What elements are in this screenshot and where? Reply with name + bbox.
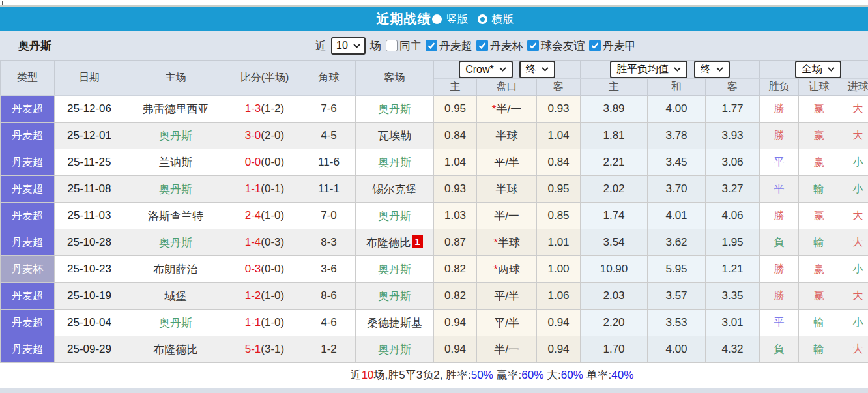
cell-score: 3-0(2-0) — [227, 123, 302, 149]
cell-score: 5-1(3-1) — [227, 336, 302, 363]
cell-handicap-result: 赢 — [799, 203, 839, 229]
cell-date: 25-12-01 — [55, 123, 124, 149]
summary-segment: 赢率: — [493, 369, 521, 381]
title-bar: 近期战绩 竖版 横版 — [0, 7, 868, 31]
subcol-result: 胜负 — [760, 79, 799, 96]
cell-odds-home: 0.94 — [434, 336, 477, 363]
cell-odds-away: 0.94 — [537, 336, 581, 363]
cell-score: 1-1(1-0) — [227, 310, 302, 336]
cell-handicap-result: 輸 — [799, 336, 839, 363]
cell-date: 25-11-08 — [55, 176, 124, 203]
cell-goals-result: 大 — [839, 283, 868, 310]
table-row: 丹麦超 25-11-03 洛斯查兰特 2-4(1-0) 7-0 奥丹斯 1.03… — [1, 203, 868, 229]
cell-avg-draw: 5.95 — [648, 256, 706, 283]
cell-avg-draw: 4.01 — [648, 203, 706, 229]
cell-result: 平 — [760, 176, 799, 203]
bottom-strip — [0, 388, 868, 393]
avg-odds-select[interactable]: 胜平负均值 — [610, 61, 687, 78]
cell-league-type: 丹麦超 — [1, 310, 55, 336]
cell-avg-home: 2.21 — [581, 149, 648, 176]
col-date: 日期 — [55, 61, 124, 96]
cell-avg-draw: 4.00 — [648, 336, 706, 363]
col-home: 主场 — [124, 61, 227, 96]
league-checkbox-3[interactable] — [527, 40, 539, 51]
table-row: 丹麦超 25-12-01 奥丹斯 3-0(2-0) 4-5 瓦埃勒 0.84 半… — [1, 123, 868, 149]
odds-stage-select[interactable]: 终 — [519, 61, 555, 78]
cell-corners: 1-2 — [302, 336, 356, 363]
fullmatch-select[interactable]: 全场 — [795, 61, 841, 78]
horizontal-layout-radio[interactable] — [478, 14, 487, 24]
near-label: 近 — [315, 38, 326, 53]
subcol-avg-draw: 和 — [648, 79, 706, 96]
cell-date: 25-12-06 — [55, 96, 124, 123]
cell-result: 負 — [760, 229, 799, 256]
cell-avg-draw: 3.53 — [648, 310, 706, 336]
chevron-down-icon — [542, 67, 549, 72]
avg-stage-select[interactable]: 终 — [694, 61, 730, 78]
cell-avg-away: 3.27 — [706, 176, 760, 203]
cell-corners: 7-6 — [302, 96, 356, 123]
cell-date: 25-10-23 — [55, 256, 124, 283]
cell-avg-away: 1.77 — [706, 96, 760, 123]
vertical-layout-radio[interactable] — [432, 14, 442, 24]
cell-corners: 3-6 — [302, 256, 356, 283]
cell-avg-home: 3.89 — [581, 96, 648, 123]
chevron-down-icon — [716, 67, 723, 72]
cell-score: 0-0(0-0) — [227, 149, 302, 176]
league-checkbox-2[interactable] — [476, 40, 488, 51]
vertical-layout-label[interactable]: 竖版 — [446, 12, 469, 27]
cell-result: 勝 — [760, 123, 799, 149]
cell-odds-away: 0.95 — [537, 176, 581, 203]
same-home-label: 同主 — [399, 38, 422, 53]
cell-corners: 7-0 — [302, 203, 356, 229]
recent-count-select[interactable]: 10 — [331, 37, 366, 55]
cell-avg-away: 3.93 — [706, 123, 760, 149]
filter-controls: 近 10 场 同主 丹麦超丹麦杯球会友谊丹麦甲 — [315, 31, 636, 60]
cell-away-team: 奥丹斯 — [356, 283, 434, 310]
cell-home-team: 奥丹斯 — [124, 229, 227, 256]
cell-odds-away: 1.00 — [537, 256, 581, 283]
result-header-group: 全场 — [760, 61, 868, 79]
cell-avg-draw: 4.00 — [648, 96, 706, 123]
cell-handicap: *半/一 — [477, 96, 537, 123]
col-type: 类型 — [1, 61, 55, 96]
cell-odds-home: 0.82 — [434, 256, 477, 283]
same-home-checkbox[interactable] — [386, 40, 398, 51]
cell-home-team: 奥丹斯 — [124, 310, 227, 336]
cell-league-type: 丹麦超 — [1, 203, 55, 229]
table-row: 丹麦超 25-12-06 弗雷德里西亚 1-3(1-2) 7-6 奥丹斯 0.9… — [1, 96, 868, 123]
cell-odds-home: 1.04 — [434, 149, 477, 176]
cell-goals-result: 大 — [839, 229, 868, 256]
col-corner: 角球 — [302, 61, 356, 96]
cell-home-team: 洛斯查兰特 — [124, 203, 227, 229]
page-title: 近期战绩 — [377, 10, 431, 28]
league-checkbox-1[interactable] — [426, 40, 437, 51]
cell-handicap-result: 赢 — [799, 256, 839, 283]
cell-score: 1-2(1-0) — [227, 283, 302, 310]
cell-result: 勝 — [760, 283, 799, 310]
cell-corners: 4-5 — [302, 123, 356, 149]
cell-odds-home: 0.95 — [434, 96, 477, 123]
cell-avg-home: 2.02 — [581, 176, 648, 203]
cell-avg-away: 4.32 — [706, 336, 760, 363]
cell-home-team: 奥丹斯 — [124, 176, 227, 203]
cell-home-team: 域堡 — [124, 283, 227, 310]
cell-score: 1-4(0-3) — [227, 229, 302, 256]
league-checkbox-4[interactable] — [589, 40, 601, 51]
horizontal-layout-label[interactable]: 横版 — [492, 12, 514, 27]
cell-goals-result: 大 — [839, 123, 868, 149]
cell-avg-away: 1.95 — [706, 229, 760, 256]
cell-result: 平 — [760, 310, 799, 336]
cell-odds-home: 0.84 — [434, 123, 477, 149]
col-score: 比分(半场) — [227, 61, 302, 96]
cell-handicap: 半/一 — [477, 203, 537, 229]
cell-odds-home: 0.94 — [434, 310, 477, 336]
bookmaker-select[interactable]: Crow* — [459, 61, 513, 78]
cell-avg-away: 3.35 — [706, 283, 760, 310]
table-row: 丹麦超 25-09-29 布隆德比 5-1(3-1) 1-2 奥丹斯 0.94 … — [1, 336, 868, 363]
cell-odds-home: 1.03 — [434, 203, 477, 229]
chevron-down-icon — [828, 67, 835, 72]
col-away: 客场 — [356, 61, 434, 96]
cell-handicap-result: 赢 — [799, 123, 839, 149]
cell-league-type: 丹麦超 — [1, 149, 55, 176]
